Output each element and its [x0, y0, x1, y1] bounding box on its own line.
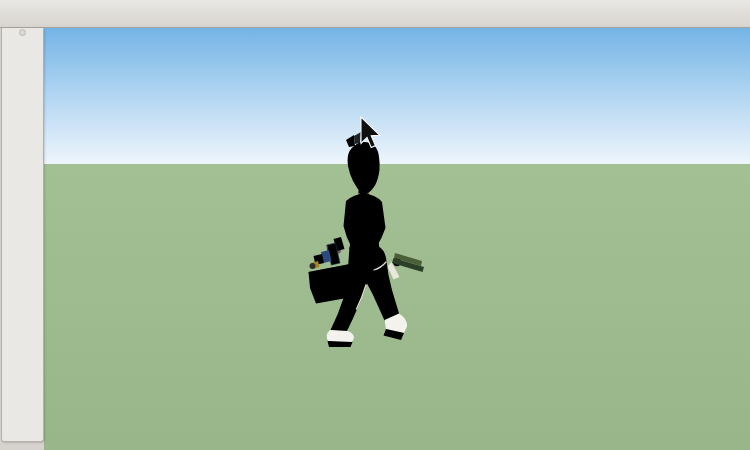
- top-toolbar: [0, 0, 750, 28]
- figure-bib: [350, 212, 380, 250]
- 3d-viewport[interactable]: [44, 28, 750, 450]
- toolbar-grip[interactable]: [2, 28, 43, 37]
- figure-shoe-left: [327, 330, 354, 343]
- toolbox-hammer-head: [310, 263, 316, 269]
- grip-dot-icon: [19, 29, 26, 36]
- figure-sole-left: [328, 341, 353, 347]
- sky: [44, 28, 750, 164]
- large-tool-set: [1, 28, 44, 442]
- figure-face: [355, 159, 372, 183]
